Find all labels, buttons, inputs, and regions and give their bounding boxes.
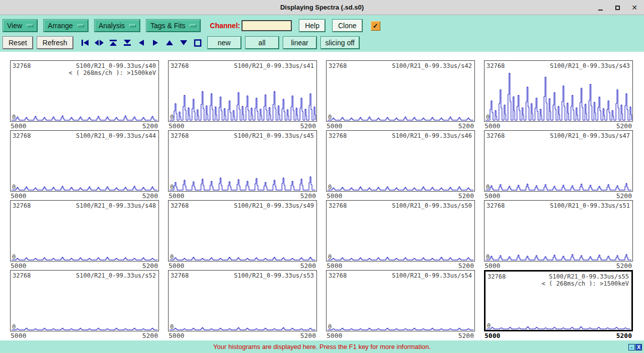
plot-box[interactable]: 32768S100/R21_0-99.33us/s520 — [10, 270, 159, 331]
plot-box[interactable]: 32768S100/R21_0-99.33us/s440 — [10, 130, 159, 192]
check-icon: ✓ — [373, 22, 378, 30]
spectrum-panel[interactable]: 32768S100/R21_0-99.33us/s48050005200 — [10, 200, 159, 270]
plot-box[interactable]: 32768S100/R21_0-99.33us/s530 — [168, 270, 317, 331]
expand-horizontal-icon[interactable] — [94, 39, 105, 47]
y-min-label: 0 — [12, 323, 16, 330]
linear-button[interactable]: linear — [283, 37, 316, 49]
check-toggle[interactable]: ✓ — [371, 21, 380, 31]
spectrum-panel[interactable]: 32768S100/R21_0-99.33us/s43050005200 — [484, 60, 633, 130]
plot-header: 32768S100/R21_0-99.33us/s51 — [485, 201, 632, 209]
minimize-button[interactable] — [596, 3, 605, 12]
spectrum-panel[interactable]: 32768S100/R21_0-99.33us/s55< ( 268ms/ch … — [484, 270, 633, 340]
spectrum-name: S100/R21_0-99.33us/s44 — [76, 132, 156, 139]
maximize-button[interactable] — [613, 3, 622, 12]
y-max-label: 32768 — [487, 132, 505, 139]
x-max-label: 5200 — [458, 192, 474, 200]
spectrum-panel[interactable]: 32768S100/R21_0-99.33us/s46050005200 — [326, 130, 475, 200]
main-area: 32768S100/R21_0-99.33us/s40< ( 268ms/ch … — [0, 52, 644, 340]
x-min-label: 5000 — [485, 262, 500, 270]
new-button[interactable]: new — [208, 37, 241, 49]
spectra-grid: 32768S100/R21_0-99.33us/s40< ( 268ms/ch … — [0, 52, 644, 340]
x-max-label: 5200 — [616, 122, 632, 130]
plot-box[interactable]: 32768S100/R21_0-99.33us/s430 — [484, 60, 633, 122]
spectrum-panel[interactable]: 32768S100/R21_0-99.33us/s41050005200 — [168, 60, 317, 130]
plot-box[interactable]: 32768S100/R21_0-99.33us/s500 — [326, 200, 475, 261]
spectrum-name: S100/R21_0-99.33us/s53 — [234, 272, 314, 279]
spectrum-name: S100/R21_0-99.33us/s47 — [550, 132, 630, 139]
plot-box[interactable]: 32768S100/R21_0-99.33us/s490 — [168, 200, 317, 261]
spectrum-panel[interactable]: 32768S100/R21_0-99.33us/s44050005200 — [10, 130, 159, 200]
plot-box[interactable]: 32768S100/R21_0-99.33us/s540 — [326, 270, 475, 331]
y-min-label: 0 — [487, 322, 491, 329]
spectrum-name: S100/R21_0-99.33us/s42 — [392, 62, 472, 69]
spectrum-panel[interactable]: 32768S100/R21_0-99.33us/s45050005200 — [168, 130, 317, 200]
status-close-button[interactable]: X — [635, 344, 642, 350]
plot-box[interactable]: 32768S100/R21_0-99.33us/s40< ( 268ms/ch … — [10, 60, 159, 122]
spectrum-panel[interactable]: 32768S100/R21_0-99.33us/s50050005200 — [326, 200, 475, 270]
histogram — [327, 271, 474, 331]
spectrum-name: S100/R21_0-99.33us/s48 — [76, 202, 156, 209]
histogram — [169, 61, 316, 121]
clone-button[interactable]: Clone — [333, 20, 362, 32]
y-min-label: 0 — [170, 253, 174, 260]
spectrum-panel[interactable]: 32768S100/R21_0-99.33us/s49050005200 — [168, 200, 317, 270]
window-title: Displaying Spectra (.sd.s0) — [0, 4, 644, 11]
spectrum-name: S100/R21_0-99.33us/s52 — [76, 272, 156, 279]
status-message: Your histograms are displayed here. Pres… — [213, 343, 431, 350]
y-max-label: 32768 — [13, 132, 31, 139]
plot-box[interactable]: 32768S100/R21_0-99.33us/s470 — [484, 130, 633, 192]
spectrum-panel[interactable]: 32768S100/R21_0-99.33us/s40< ( 268ms/ch … — [10, 60, 159, 130]
menu-analysis[interactable]: Analysis — [95, 20, 140, 32]
x-max-label: 5200 — [142, 122, 158, 130]
x-min-label: 5000 — [485, 192, 500, 200]
all-button[interactable]: all — [246, 37, 279, 49]
plot-header: 32768S100/R21_0-99.33us/s44 — [11, 131, 158, 139]
reset-button[interactable]: Reset — [3, 37, 33, 49]
help-button[interactable]: Help — [299, 20, 325, 32]
page-down-icon[interactable] — [179, 39, 189, 47]
plot-header: 32768S100/R21_0-99.33us/s49 — [169, 201, 316, 209]
x-max-label: 5200 — [300, 262, 316, 270]
page-up-icon[interactable] — [165, 39, 175, 47]
go-first-icon[interactable] — [80, 39, 91, 47]
plot-header: 32768S100/R21_0-99.33us/s54 — [327, 271, 474, 279]
y-min-label: 0 — [328, 114, 332, 121]
y-max-label: 32768 — [13, 202, 31, 209]
page-left-icon[interactable] — [136, 39, 147, 47]
menu-arrange[interactable]: Arrange — [44, 20, 88, 32]
menu-tags-fits[interactable]: Tags & Fits — [146, 20, 200, 32]
titlebar: Displaying Spectra (.sd.s0) ✕ — [0, 0, 644, 15]
spectrum-panel[interactable]: 32768S100/R21_0-99.33us/s42050005200 — [326, 60, 475, 130]
slice-annotation: < ( 268ms/ch ): >1500keV — [11, 69, 158, 76]
x-min-label: 5000 — [11, 122, 26, 130]
plot-box[interactable]: 32768S100/R21_0-99.33us/s55< ( 268ms/ch … — [484, 270, 633, 331]
scroll-top-icon[interactable] — [108, 39, 119, 47]
spectrum-panel[interactable]: 32768S100/R21_0-99.33us/s53050005200 — [168, 270, 317, 340]
plot-box[interactable]: 32768S100/R21_0-99.33us/s410 — [168, 60, 317, 122]
x-axis: 50005200 — [326, 331, 475, 339]
spectrum-panel[interactable]: 32768S100/R21_0-99.33us/s54050005200 — [326, 270, 475, 340]
spectrum-panel[interactable]: 32768S100/R21_0-99.33us/s47050005200 — [484, 130, 633, 200]
slicing-button[interactable]: slicing off — [321, 37, 359, 49]
scroll-bottom-icon[interactable] — [122, 39, 133, 47]
close-button[interactable]: ✕ — [630, 3, 639, 12]
full-view-icon[interactable] — [193, 39, 203, 47]
spectrum-name: S100/R21_0-99.33us/s45 — [234, 132, 314, 139]
spectrum-panel[interactable]: 32768S100/R21_0-99.33us/s51050005200 — [484, 200, 633, 270]
refresh-button[interactable]: Refresh — [37, 37, 73, 49]
spectrum-panel[interactable]: 32768S100/R21_0-99.33us/s52050005200 — [10, 270, 159, 340]
status-minimize-button[interactable]: - — [628, 344, 635, 350]
y-max-label: 32768 — [329, 272, 347, 279]
histogram — [11, 201, 158, 261]
menu-view[interactable]: View — [3, 20, 37, 32]
channel-input[interactable] — [242, 20, 292, 31]
plot-box[interactable]: 32768S100/R21_0-99.33us/s450 — [168, 130, 317, 192]
y-min-label: 0 — [12, 184, 16, 191]
plot-box[interactable]: 32768S100/R21_0-99.33us/s460 — [326, 130, 475, 192]
nav-icons — [80, 39, 203, 47]
y-max-label: 32768 — [13, 272, 31, 279]
plot-box[interactable]: 32768S100/R21_0-99.33us/s420 — [326, 60, 475, 122]
plot-box[interactable]: 32768S100/R21_0-99.33us/s480 — [10, 200, 159, 261]
plot-box[interactable]: 32768S100/R21_0-99.33us/s510 — [484, 200, 633, 261]
page-right-icon[interactable] — [150, 39, 161, 47]
